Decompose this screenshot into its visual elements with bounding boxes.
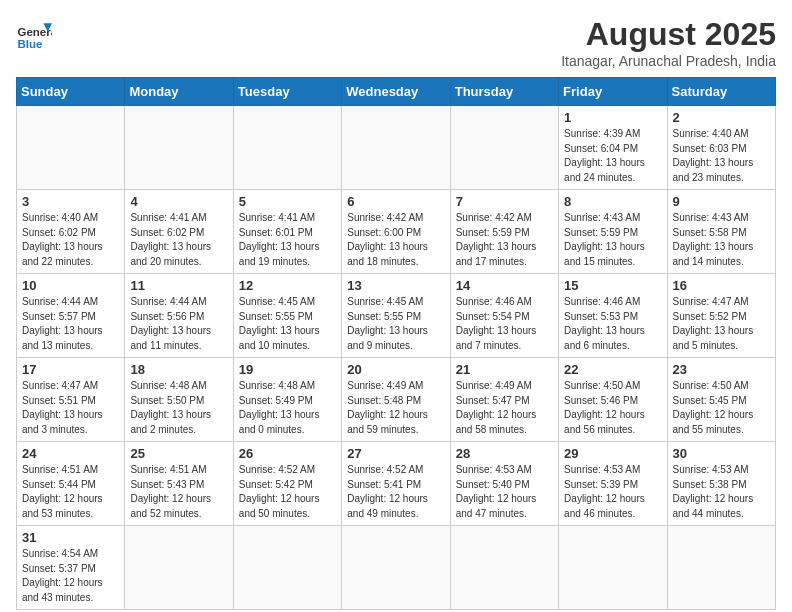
calendar-cell: 11Sunrise: 4:44 AM Sunset: 5:56 PM Dayli… xyxy=(125,274,233,358)
weekday-header-thursday: Thursday xyxy=(450,78,558,106)
day-info: Sunrise: 4:44 AM Sunset: 5:57 PM Dayligh… xyxy=(22,295,119,353)
day-info: Sunrise: 4:53 AM Sunset: 5:38 PM Dayligh… xyxy=(673,463,770,521)
day-number: 4 xyxy=(130,194,227,209)
day-info: Sunrise: 4:49 AM Sunset: 5:47 PM Dayligh… xyxy=(456,379,553,437)
day-info: Sunrise: 4:47 AM Sunset: 5:52 PM Dayligh… xyxy=(673,295,770,353)
day-number: 25 xyxy=(130,446,227,461)
calendar-cell xyxy=(667,526,775,610)
day-number: 21 xyxy=(456,362,553,377)
day-number: 31 xyxy=(22,530,119,545)
calendar-cell: 20Sunrise: 4:49 AM Sunset: 5:48 PM Dayli… xyxy=(342,358,450,442)
calendar-cell: 25Sunrise: 4:51 AM Sunset: 5:43 PM Dayli… xyxy=(125,442,233,526)
day-info: Sunrise: 4:45 AM Sunset: 5:55 PM Dayligh… xyxy=(347,295,444,353)
weekday-header-friday: Friday xyxy=(559,78,667,106)
day-info: Sunrise: 4:46 AM Sunset: 5:53 PM Dayligh… xyxy=(564,295,661,353)
day-info: Sunrise: 4:48 AM Sunset: 5:50 PM Dayligh… xyxy=(130,379,227,437)
day-info: Sunrise: 4:46 AM Sunset: 5:54 PM Dayligh… xyxy=(456,295,553,353)
day-info: Sunrise: 4:41 AM Sunset: 6:02 PM Dayligh… xyxy=(130,211,227,269)
day-info: Sunrise: 4:54 AM Sunset: 5:37 PM Dayligh… xyxy=(22,547,119,605)
week-row-1: 1Sunrise: 4:39 AM Sunset: 6:04 PM Daylig… xyxy=(17,106,776,190)
day-info: Sunrise: 4:48 AM Sunset: 5:49 PM Dayligh… xyxy=(239,379,336,437)
calendar-cell: 28Sunrise: 4:53 AM Sunset: 5:40 PM Dayli… xyxy=(450,442,558,526)
calendar-cell: 15Sunrise: 4:46 AM Sunset: 5:53 PM Dayli… xyxy=(559,274,667,358)
day-number: 29 xyxy=(564,446,661,461)
calendar-cell xyxy=(559,526,667,610)
day-info: Sunrise: 4:49 AM Sunset: 5:48 PM Dayligh… xyxy=(347,379,444,437)
day-number: 16 xyxy=(673,278,770,293)
calendar-cell: 1Sunrise: 4:39 AM Sunset: 6:04 PM Daylig… xyxy=(559,106,667,190)
day-number: 14 xyxy=(456,278,553,293)
calendar-cell: 3Sunrise: 4:40 AM Sunset: 6:02 PM Daylig… xyxy=(17,190,125,274)
day-info: Sunrise: 4:41 AM Sunset: 6:01 PM Dayligh… xyxy=(239,211,336,269)
day-info: Sunrise: 4:39 AM Sunset: 6:04 PM Dayligh… xyxy=(564,127,661,185)
day-info: Sunrise: 4:40 AM Sunset: 6:03 PM Dayligh… xyxy=(673,127,770,185)
week-row-5: 24Sunrise: 4:51 AM Sunset: 5:44 PM Dayli… xyxy=(17,442,776,526)
day-info: Sunrise: 4:43 AM Sunset: 5:58 PM Dayligh… xyxy=(673,211,770,269)
day-number: 10 xyxy=(22,278,119,293)
calendar-cell: 5Sunrise: 4:41 AM Sunset: 6:01 PM Daylig… xyxy=(233,190,341,274)
day-info: Sunrise: 4:44 AM Sunset: 5:56 PM Dayligh… xyxy=(130,295,227,353)
calendar-cell: 9Sunrise: 4:43 AM Sunset: 5:58 PM Daylig… xyxy=(667,190,775,274)
day-number: 7 xyxy=(456,194,553,209)
calendar-cell: 2Sunrise: 4:40 AM Sunset: 6:03 PM Daylig… xyxy=(667,106,775,190)
day-number: 1 xyxy=(564,110,661,125)
week-row-3: 10Sunrise: 4:44 AM Sunset: 5:57 PM Dayli… xyxy=(17,274,776,358)
day-number: 12 xyxy=(239,278,336,293)
calendar-cell: 16Sunrise: 4:47 AM Sunset: 5:52 PM Dayli… xyxy=(667,274,775,358)
day-number: 17 xyxy=(22,362,119,377)
calendar-cell xyxy=(342,106,450,190)
title-block: August 2025 Itanagar, Arunachal Pradesh,… xyxy=(561,16,776,69)
calendar-cell: 6Sunrise: 4:42 AM Sunset: 6:00 PM Daylig… xyxy=(342,190,450,274)
day-number: 18 xyxy=(130,362,227,377)
calendar-cell: 29Sunrise: 4:53 AM Sunset: 5:39 PM Dayli… xyxy=(559,442,667,526)
calendar-cell: 4Sunrise: 4:41 AM Sunset: 6:02 PM Daylig… xyxy=(125,190,233,274)
calendar-cell xyxy=(233,106,341,190)
calendar-cell: 24Sunrise: 4:51 AM Sunset: 5:44 PM Dayli… xyxy=(17,442,125,526)
day-number: 19 xyxy=(239,362,336,377)
calendar-cell: 10Sunrise: 4:44 AM Sunset: 5:57 PM Dayli… xyxy=(17,274,125,358)
calendar-cell: 22Sunrise: 4:50 AM Sunset: 5:46 PM Dayli… xyxy=(559,358,667,442)
day-number: 15 xyxy=(564,278,661,293)
logo-icon: General Blue xyxy=(16,16,52,52)
day-info: Sunrise: 4:42 AM Sunset: 5:59 PM Dayligh… xyxy=(456,211,553,269)
day-number: 23 xyxy=(673,362,770,377)
day-number: 28 xyxy=(456,446,553,461)
calendar-cell: 13Sunrise: 4:45 AM Sunset: 5:55 PM Dayli… xyxy=(342,274,450,358)
day-number: 22 xyxy=(564,362,661,377)
day-info: Sunrise: 4:45 AM Sunset: 5:55 PM Dayligh… xyxy=(239,295,336,353)
week-row-6: 31Sunrise: 4:54 AM Sunset: 5:37 PM Dayli… xyxy=(17,526,776,610)
calendar-cell xyxy=(450,526,558,610)
calendar-cell: 7Sunrise: 4:42 AM Sunset: 5:59 PM Daylig… xyxy=(450,190,558,274)
day-number: 27 xyxy=(347,446,444,461)
day-number: 5 xyxy=(239,194,336,209)
day-info: Sunrise: 4:52 AM Sunset: 5:42 PM Dayligh… xyxy=(239,463,336,521)
week-row-4: 17Sunrise: 4:47 AM Sunset: 5:51 PM Dayli… xyxy=(17,358,776,442)
day-number: 30 xyxy=(673,446,770,461)
day-info: Sunrise: 4:51 AM Sunset: 5:44 PM Dayligh… xyxy=(22,463,119,521)
page-header: General Blue August 2025 Itanagar, Aruna… xyxy=(16,16,776,69)
location-subtitle: Itanagar, Arunachal Pradesh, India xyxy=(561,53,776,69)
svg-text:Blue: Blue xyxy=(17,38,43,50)
weekday-header-wednesday: Wednesday xyxy=(342,78,450,106)
day-number: 11 xyxy=(130,278,227,293)
calendar-cell: 8Sunrise: 4:43 AM Sunset: 5:59 PM Daylig… xyxy=(559,190,667,274)
week-row-2: 3Sunrise: 4:40 AM Sunset: 6:02 PM Daylig… xyxy=(17,190,776,274)
day-info: Sunrise: 4:53 AM Sunset: 5:40 PM Dayligh… xyxy=(456,463,553,521)
day-info: Sunrise: 4:50 AM Sunset: 5:45 PM Dayligh… xyxy=(673,379,770,437)
calendar-cell xyxy=(125,106,233,190)
calendar-cell xyxy=(125,526,233,610)
day-info: Sunrise: 4:40 AM Sunset: 6:02 PM Dayligh… xyxy=(22,211,119,269)
calendar-cell: 30Sunrise: 4:53 AM Sunset: 5:38 PM Dayli… xyxy=(667,442,775,526)
day-number: 9 xyxy=(673,194,770,209)
logo: General Blue xyxy=(16,16,52,52)
day-number: 24 xyxy=(22,446,119,461)
day-info: Sunrise: 4:47 AM Sunset: 5:51 PM Dayligh… xyxy=(22,379,119,437)
calendar-cell: 12Sunrise: 4:45 AM Sunset: 5:55 PM Dayli… xyxy=(233,274,341,358)
calendar-cell xyxy=(233,526,341,610)
day-number: 26 xyxy=(239,446,336,461)
day-info: Sunrise: 4:50 AM Sunset: 5:46 PM Dayligh… xyxy=(564,379,661,437)
calendar-cell: 26Sunrise: 4:52 AM Sunset: 5:42 PM Dayli… xyxy=(233,442,341,526)
day-info: Sunrise: 4:53 AM Sunset: 5:39 PM Dayligh… xyxy=(564,463,661,521)
calendar-cell: 18Sunrise: 4:48 AM Sunset: 5:50 PM Dayli… xyxy=(125,358,233,442)
weekday-header-sunday: Sunday xyxy=(17,78,125,106)
